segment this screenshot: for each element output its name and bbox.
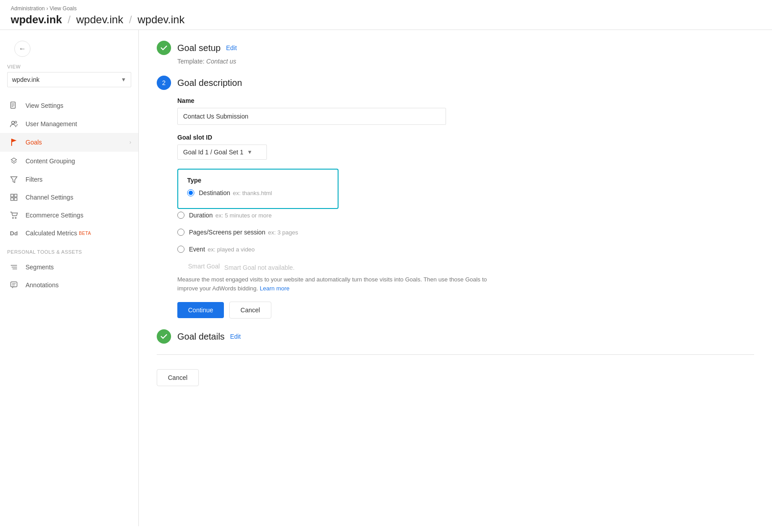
name-field-group: Name [177, 97, 754, 125]
smart-goal-label: Smart Goal [188, 263, 220, 270]
radio-event-label: Event [189, 246, 205, 253]
sidebar-item-ecommerce-settings[interactable]: Ecommerce Settings [0, 206, 138, 224]
sidebar-item-goals[interactable]: Goals › [0, 133, 138, 152]
goal-slot-label: Goal slot ID [177, 134, 754, 141]
radio-pages-screens-example: ex: 3 pages [268, 229, 298, 236]
flag-icon [9, 138, 19, 146]
name-input[interactable] [177, 108, 446, 125]
svg-rect-7 [14, 194, 17, 197]
dd-icon: Dd [9, 230, 19, 237]
view-selector[interactable]: wpdev.ink ▼ [7, 72, 131, 87]
svg-rect-9 [14, 198, 17, 200]
smart-goal-unavailable: Smart Goal not available. [224, 264, 295, 271]
radio-duration-label: Duration [189, 212, 213, 219]
step1-icon [157, 41, 171, 55]
document-icon [9, 102, 19, 110]
step1-subtitle: Template: Contact us [177, 58, 754, 65]
step1-title: Goal setup [177, 43, 221, 53]
sidebar-item-filters[interactable]: Filters [0, 170, 138, 188]
page-title: wpdev.ink / wpdev.ink / wpdev.ink [11, 13, 761, 26]
goal-slot-field-group: Goal slot ID Goal Id 1 / Goal Set 1 ▼ [177, 134, 754, 160]
radio-destination-example: ex: thanks.html [233, 190, 272, 196]
svg-point-11 [15, 217, 17, 219]
sidebar-item-annotations[interactable]: Annotations [0, 276, 138, 294]
step3-icon [157, 329, 171, 344]
main-content: Goal setup Edit Template: Contact us 2 G… [139, 30, 772, 526]
radio-pages-screens-input[interactable] [177, 229, 184, 236]
name-label: Name [177, 97, 754, 104]
sidebar: ← VIEW wpdev.ink ▼ View Settings User Ma… [0, 30, 139, 526]
back-button[interactable]: ← [14, 41, 30, 57]
step1-header: Goal setup Edit [157, 41, 754, 55]
sidebar-item-segments[interactable]: Segments [0, 258, 138, 276]
sidebar-item-segments-label: Segments [26, 264, 54, 271]
personal-tools-section-label: PERSONAL TOOLS & ASSETS [0, 242, 138, 258]
annotations-icon [9, 281, 19, 289]
sidebar-item-user-management[interactable]: User Management [0, 115, 138, 133]
svg-point-5 [15, 121, 17, 123]
svg-rect-8 [11, 198, 13, 200]
step3-header: Goal details Edit [157, 329, 754, 344]
goal-slot-value: Goal Id 1 / Goal Set 1 [183, 149, 244, 156]
radio-duration-example: ex: 5 minutes or more [215, 212, 272, 219]
nav-arrow-icon: › [129, 139, 131, 145]
step2-section: 2 Goal description Name Goal slot ID Goa… [157, 76, 754, 319]
radio-duration-input[interactable] [177, 212, 184, 219]
grouping-icon [9, 157, 19, 165]
step2-icon: 2 [157, 76, 171, 90]
main-layout: ← VIEW wpdev.ink ▼ View Settings User Ma… [0, 30, 772, 526]
radio-destination-input[interactable] [187, 189, 194, 196]
step2-body: Name Goal slot ID Goal Id 1 / Goal Set 1… [177, 97, 754, 319]
radio-pages-screens[interactable]: Pages/Screens per session ex: 3 pages [177, 226, 754, 238]
channel-icon [9, 194, 19, 201]
radio-destination[interactable]: Destination ex: thanks.html [187, 189, 329, 196]
svg-point-4 [12, 121, 14, 124]
sidebar-item-annotations-label: Annotations [26, 281, 59, 289]
step2-title: Goal description [177, 78, 242, 88]
step1-edit-link[interactable]: Edit [226, 44, 237, 51]
learn-more-link[interactable]: Learn more [260, 285, 289, 292]
sidebar-item-channel-settings[interactable]: Channel Settings [0, 188, 138, 206]
cancel-button-step2[interactable]: Cancel [229, 302, 271, 319]
smart-goal-desc: Measure the most engaged visits to your … [177, 275, 491, 293]
step3-edit-link[interactable]: Edit [230, 333, 241, 340]
radio-pages-screens-label: Pages/Screens per session [189, 229, 265, 236]
sidebar-item-filters-label: Filters [26, 176, 43, 183]
view-label: VIEW [0, 64, 138, 69]
sidebar-item-content-grouping[interactable]: Content Grouping [0, 152, 138, 170]
type-box: Type Destination ex: thanks.html [177, 169, 339, 209]
type-label: Type [187, 177, 329, 184]
users-icon [9, 120, 19, 128]
sidebar-item-user-management-label: User Management [26, 120, 77, 128]
sidebar-item-view-settings[interactable]: View Settings [0, 96, 138, 115]
svg-point-10 [13, 217, 14, 219]
radio-destination-label: Destination [199, 189, 230, 196]
step1-section: Goal setup Edit Template: Contact us [157, 41, 754, 65]
filter-icon [9, 176, 19, 183]
sidebar-item-goals-label: Goals [26, 139, 42, 146]
action-buttons: Continue Cancel [177, 302, 754, 319]
sidebar-item-ecommerce-settings-label: Ecommerce Settings [26, 212, 83, 219]
segments-icon [9, 264, 19, 271]
continue-button[interactable]: Continue [177, 302, 224, 318]
beta-badge: BETA [79, 231, 91, 236]
svg-rect-6 [11, 194, 13, 197]
bottom-divider [157, 354, 754, 355]
radio-duration[interactable]: Duration ex: 5 minutes or more [177, 209, 754, 221]
sidebar-item-calculated-metrics[interactable]: Dd Calculated Metrics BETA [0, 224, 138, 242]
goal-slot-dropdown[interactable]: Goal Id 1 / Goal Set 1 ▼ [177, 145, 267, 160]
radio-event-example: ex: played a video [208, 246, 255, 253]
radio-event-input[interactable] [177, 246, 184, 253]
dropdown-arrow-icon: ▼ [247, 149, 253, 155]
step3-section: Goal details Edit [157, 329, 754, 344]
top-bar: Administration › View Goals wpdev.ink / … [0, 0, 772, 30]
svg-rect-15 [11, 282, 17, 287]
sidebar-item-channel-settings-label: Channel Settings [26, 194, 73, 201]
breadcrumb: Administration › View Goals [11, 5, 761, 12]
view-selector-arrow-icon: ▼ [121, 77, 126, 83]
ecommerce-icon [9, 212, 19, 219]
view-selector-text: wpdev.ink [12, 76, 121, 83]
sidebar-item-content-grouping-label: Content Grouping [26, 157, 75, 165]
bottom-cancel-button[interactable]: Cancel [157, 369, 199, 386]
radio-event[interactable]: Event ex: played a video [177, 243, 754, 255]
